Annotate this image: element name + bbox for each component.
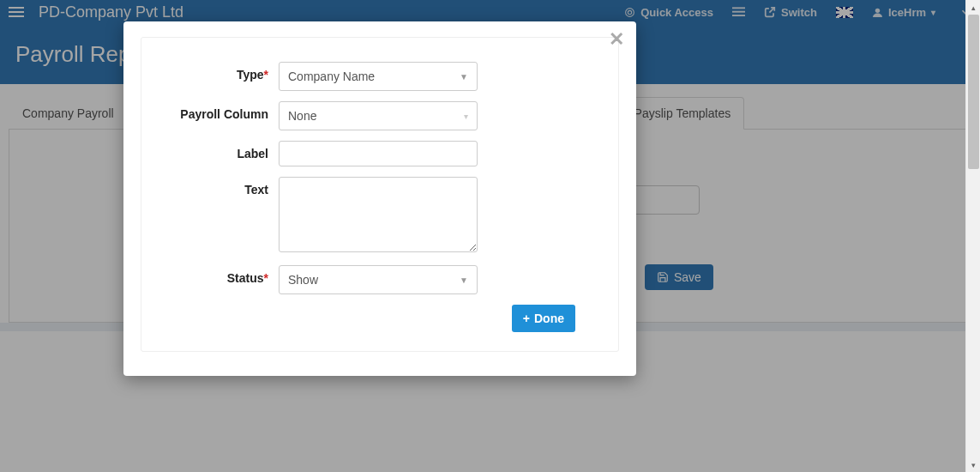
payroll-column-value: None — [288, 109, 316, 123]
scroll-down-icon[interactable] — [966, 457, 980, 472]
label-input[interactable] — [279, 141, 478, 166]
text-textarea[interactable] — [279, 177, 478, 252]
close-icon[interactable]: ✕ — [609, 28, 624, 51]
type-label: Type — [237, 68, 264, 82]
label-label: Label — [237, 147, 268, 160]
modal-dialog: ✕ Type* Company Name ▼ Payroll Column No… — [123, 21, 636, 376]
status-value: Show — [288, 273, 318, 287]
status-select[interactable]: Show ▼ — [279, 265, 478, 294]
scroll-up-icon[interactable] — [966, 0, 980, 15]
scrollbar[interactable] — [965, 0, 980, 472]
type-select[interactable]: Company Name ▼ — [279, 62, 478, 91]
payroll-column-label: Payroll Column — [180, 107, 268, 121]
required-asterisk: * — [264, 271, 268, 285]
payroll-column-select[interactable]: None ▾ — [279, 101, 478, 130]
scroll-thumb[interactable] — [968, 15, 979, 169]
plus-icon: + — [523, 312, 530, 325]
type-value: Company Name — [288, 70, 375, 83]
caret-down-icon: ▼ — [460, 275, 468, 285]
status-label: Status — [227, 271, 264, 285]
caret-down-icon: ▼ — [460, 72, 468, 82]
required-asterisk: * — [264, 68, 268, 82]
caret-down-icon: ▾ — [464, 112, 468, 121]
modal-body: Type* Company Name ▼ Payroll Column None… — [141, 37, 619, 352]
text-label: Text — [244, 183, 268, 197]
done-button[interactable]: + Done — [512, 305, 575, 332]
done-label: Done — [534, 312, 564, 325]
